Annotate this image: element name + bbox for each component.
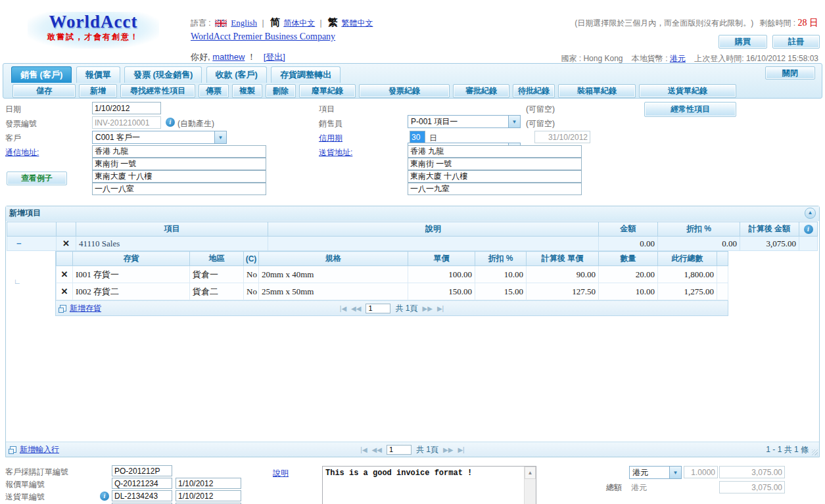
col-c[interactable]: (C) [244,252,259,266]
pager-next-icon[interactable]: ▶▶ [443,446,453,453]
mailing-address-line-3[interactable] [92,170,266,183]
subgrid-page-input[interactable] [365,304,390,313]
col-description[interactable]: 說明 [268,222,599,237]
col-qty[interactable]: 數量 [599,252,658,266]
col-amount[interactable]: 金額 [599,222,658,237]
register-button[interactable]: 註冊 [772,35,820,49]
tab-receipt-customer[interactable]: 收款 (客戶) [206,66,267,83]
scrollbar[interactable]: ▲ [524,467,536,504]
buy-button[interactable]: 購買 [719,35,767,49]
date-input[interactable] [92,102,161,114]
pager-first-icon[interactable]: |◀ [340,305,346,312]
col-discount[interactable]: 折扣 % [658,222,740,237]
unit-price-cell[interactable]: 150.00 [408,283,475,300]
mailing-address-line-1[interactable] [92,145,266,158]
voucher-button[interactable]: 傳票 [199,84,229,98]
qty-cell[interactable]: 10.00 [599,283,658,300]
customer-select[interactable]: C001 客戶一 ▼ [92,131,227,144]
c-cell[interactable]: No [244,283,259,300]
c-cell[interactable]: No [244,266,259,283]
col-line-total[interactable]: 此行總數 [658,252,717,266]
col-spec[interactable]: 規格 [259,252,408,266]
discount-cell[interactable]: 10.00 [475,266,527,283]
unit-price-cell[interactable]: 100.00 [408,266,475,283]
lang-traditional-link[interactable]: 繁體中文 [341,18,373,28]
company-link[interactable]: WorldAcct Premier Business Company [191,32,335,41]
stock-cell[interactable]: I001 存貨一 [73,266,190,283]
description-cell[interactable] [268,237,599,251]
remark-textarea[interactable]: This is a good invoice format ! ▲ [322,466,536,504]
logout-link[interactable]: [登出] [264,52,285,62]
col-sub-discount[interactable]: 折扣 % [475,252,527,266]
resize-grip[interactable] [812,449,818,455]
void-records-button[interactable]: 廢單紀錄 [299,84,356,98]
mailing-address-line-2[interactable] [92,158,266,170]
delivery-address-line-3[interactable] [408,170,582,183]
po-input[interactable] [112,465,172,476]
calc-amount-cell[interactable]: 3,075.00 [740,237,799,251]
username-link[interactable]: matthew [212,52,245,62]
tab-quotation[interactable]: 報價單 [76,66,120,83]
calc-unit-price-cell[interactable]: 127.50 [527,283,599,300]
grid-page-input[interactable] [387,445,412,455]
pager-last-icon[interactable]: ▶| [437,305,444,312]
item-cell[interactable]: 41110 Sales [76,237,268,251]
currency-select[interactable]: 港元 ▼ [629,466,682,479]
quote-date-input[interactable] [176,478,241,489]
line-total-cell[interactable]: 1,800.00 [658,266,717,283]
calc-unit-price-cell[interactable]: 90.00 [527,266,599,283]
row-delete-icon[interactable]: ✕ [57,237,76,251]
pager-next-icon[interactable]: ▶▶ [423,305,433,312]
lang-english-link[interactable]: English [231,18,257,28]
region-cell[interactable]: 貨倉一 [190,266,244,283]
save-button[interactable]: 儲存 [12,84,76,98]
quote-no-input[interactable] [112,478,172,489]
find-recurring-button[interactable]: 尋找經常性項目 [120,84,195,98]
delivery-date-input[interactable] [176,490,241,501]
stock-cell[interactable]: I002 存貨二 [73,283,190,300]
pager-prev-icon[interactable]: ◀◀ [351,305,361,312]
col-calc-amount[interactable]: 計算後 金額 [740,222,799,237]
col-stock[interactable]: 存貨 [73,252,190,266]
qty-cell[interactable]: 20.00 [599,266,658,283]
row-delete-icon[interactable]: ✕ [57,266,73,283]
pager-last-icon[interactable]: ▶| [458,446,464,453]
delivery-address-line-2[interactable] [408,158,582,170]
recurring-items-button[interactable]: 經常性項目 [644,102,736,117]
delivery-no-input[interactable] [112,490,172,501]
new-button[interactable]: 新增 [79,84,117,98]
col-region[interactable]: 地區 [190,252,244,266]
stock-row[interactable]: ✕ I001 存貨一 貨倉一 No 20mm x 40mm 100.00 10.… [57,266,728,283]
local-currency-link[interactable]: 港元 [670,54,686,63]
discount-cell[interactable]: 15.00 [475,283,527,300]
packing-records-button[interactable]: 裝箱單紀錄 [558,84,636,98]
spec-cell[interactable]: 25mm x 50mm [259,283,408,300]
row-collapse-icon[interactable]: − [7,237,57,251]
pager-first-icon[interactable]: |◀ [360,446,367,453]
pending-records-button[interactable]: 待批紀錄 [513,84,555,98]
discount-cell[interactable]: 0.00 [658,237,740,251]
invoice-records-button[interactable]: 發票紀錄 [359,84,450,98]
delivery-records-button[interactable]: 送貨單紀錄 [639,84,736,98]
mailing-address-line-4[interactable] [92,183,266,195]
add-stock-link[interactable]: 新增存貨 [70,303,101,314]
amount-cell[interactable]: 0.00 [599,237,658,251]
credit-period-link[interactable]: 信用期 [319,133,342,144]
line-total-cell[interactable]: 1,275.00 [658,283,717,300]
pager-prev-icon[interactable]: ◀◀ [372,446,382,453]
col-unit-price[interactable]: 單價 [408,252,475,266]
copy-button[interactable]: 複製 [232,84,262,98]
mailing-address-link[interactable]: 通信地址: [5,147,39,158]
tab-stock-adjust[interactable]: 存貨調整轉出 [271,66,341,83]
scroll-up-icon[interactable]: ▲ [525,467,536,479]
delivery-address-line-4[interactable] [408,183,582,195]
delete-button[interactable]: 刪除 [266,84,296,98]
tab-invoice-cash[interactable]: 發票 (現金銷售) [124,66,202,83]
row-delete-icon[interactable]: ✕ [57,283,73,300]
tab-sales-customer[interactable]: 銷售 (客戶) [11,66,72,83]
col-item[interactable]: 項目 [76,222,268,237]
region-cell[interactable]: 貨倉二 [190,283,244,300]
collapse-panel-icon[interactable]: ▲ [805,208,816,219]
col-calc-unit-price[interactable]: 計算後 單價 [527,252,599,266]
project-select[interactable]: P-001 項目一 ▼ [408,115,521,128]
